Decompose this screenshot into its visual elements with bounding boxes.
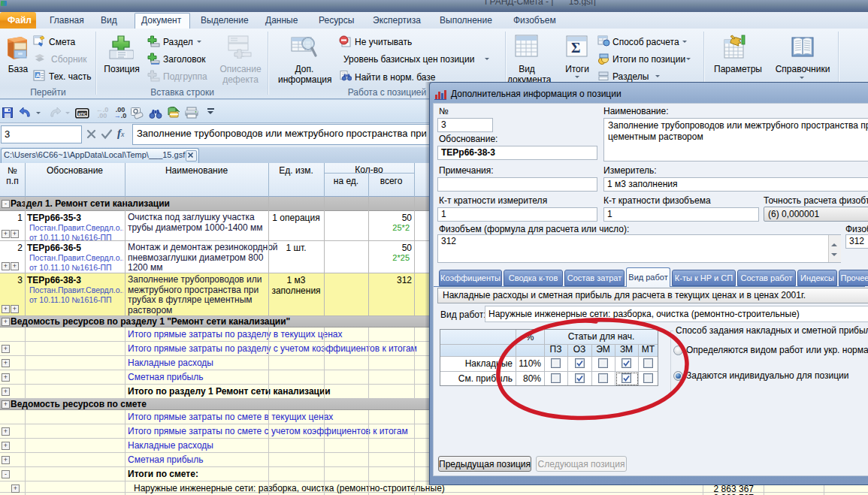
svg-text:КПС: КПС: [78, 112, 86, 116]
svg-text:Σ: Σ: [571, 40, 580, 56]
svg-text:A: A: [35, 72, 40, 79]
